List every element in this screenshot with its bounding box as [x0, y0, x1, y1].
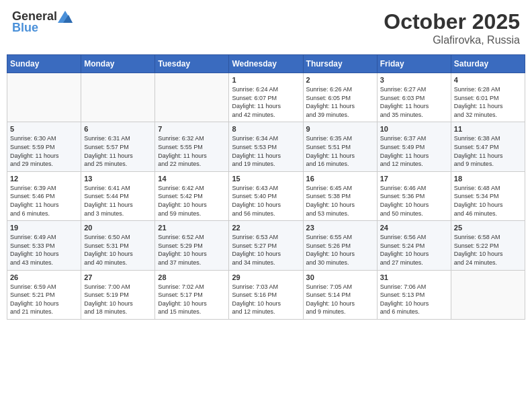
day-info: Sunrise: 6:34 AMSunset: 5:53 PMDaylight:… — [232, 134, 300, 168]
day-number: 4 — [454, 76, 522, 84]
day-number: 26 — [10, 273, 78, 281]
day-info: Sunrise: 6:39 AMSunset: 5:46 PMDaylight:… — [10, 184, 78, 218]
day-number: 1 — [232, 76, 300, 84]
day-info: Sunrise: 7:03 AMSunset: 5:16 PMDaylight:… — [232, 283, 300, 316]
title-block: October 2025 Glafirovka, Russia — [384, 9, 520, 46]
weekday-header: Saturday — [451, 55, 525, 73]
calendar-cell: 21Sunrise: 6:52 AMSunset: 5:29 PMDayligh… — [155, 221, 229, 270]
day-number: 19 — [10, 224, 78, 232]
calendar-cell: 24Sunrise: 6:56 AMSunset: 5:24 PMDayligh… — [377, 221, 451, 270]
calendar-week-row: 5Sunrise: 6:30 AMSunset: 5:59 PMDaylight… — [7, 122, 525, 171]
day-info: Sunrise: 6:56 AMSunset: 5:24 PMDaylight:… — [380, 233, 448, 267]
day-info: Sunrise: 6:52 AMSunset: 5:29 PMDaylight:… — [158, 233, 226, 267]
day-info: Sunrise: 6:48 AMSunset: 5:34 PMDaylight:… — [454, 184, 522, 218]
day-number: 5 — [10, 125, 78, 133]
calendar-cell — [451, 270, 525, 319]
day-info: Sunrise: 6:24 AMSunset: 6:07 PMDaylight:… — [232, 85, 300, 119]
calendar-cell: 15Sunrise: 6:43 AMSunset: 5:40 PMDayligh… — [229, 171, 303, 220]
day-info: Sunrise: 6:55 AMSunset: 5:26 PMDaylight:… — [306, 233, 374, 267]
calendar-cell: 3Sunrise: 6:27 AMSunset: 6:03 PMDaylight… — [377, 73, 451, 122]
calendar-cell: 25Sunrise: 6:58 AMSunset: 5:22 PMDayligh… — [451, 221, 525, 270]
calendar-cell: 28Sunrise: 7:02 AMSunset: 5:17 PMDayligh… — [155, 270, 229, 319]
day-info: Sunrise: 6:41 AMSunset: 5:44 PMDaylight:… — [84, 184, 152, 218]
day-number: 24 — [380, 224, 448, 232]
day-info: Sunrise: 6:32 AMSunset: 5:55 PMDaylight:… — [158, 134, 226, 168]
calendar-cell — [81, 73, 155, 122]
calendar-week-row: 19Sunrise: 6:49 AMSunset: 5:33 PMDayligh… — [7, 221, 525, 270]
day-number: 2 — [306, 76, 374, 84]
calendar-cell: 4Sunrise: 6:28 AMSunset: 6:01 PMDaylight… — [451, 73, 525, 122]
day-number: 11 — [454, 125, 522, 133]
day-info: Sunrise: 7:06 AMSunset: 5:13 PMDaylight:… — [380, 283, 448, 316]
day-info: Sunrise: 6:58 AMSunset: 5:22 PMDaylight:… — [454, 233, 522, 267]
day-info: Sunrise: 6:49 AMSunset: 5:33 PMDaylight:… — [10, 233, 78, 267]
calendar-cell: 12Sunrise: 6:39 AMSunset: 5:46 PMDayligh… — [7, 171, 81, 220]
logo-icon — [58, 11, 73, 23]
day-info: Sunrise: 7:02 AMSunset: 5:17 PMDaylight:… — [158, 283, 226, 316]
calendar-table: SundayMondayTuesdayWednesdayThursdayFrid… — [7, 54, 525, 320]
calendar-week-row: 1Sunrise: 6:24 AMSunset: 6:07 PMDaylight… — [7, 73, 525, 122]
day-info: Sunrise: 7:05 AMSunset: 5:14 PMDaylight:… — [306, 283, 374, 316]
day-info: Sunrise: 6:35 AMSunset: 5:51 PMDaylight:… — [306, 134, 374, 168]
day-number: 8 — [232, 125, 300, 133]
calendar-cell: 16Sunrise: 6:45 AMSunset: 5:38 PMDayligh… — [303, 171, 377, 220]
day-number: 9 — [306, 125, 374, 133]
calendar-cell: 23Sunrise: 6:55 AMSunset: 5:26 PMDayligh… — [303, 221, 377, 270]
calendar-cell: 9Sunrise: 6:35 AMSunset: 5:51 PMDaylight… — [303, 122, 377, 171]
day-info: Sunrise: 6:53 AMSunset: 5:27 PMDaylight:… — [232, 233, 300, 267]
month-title: October 2025 — [384, 9, 520, 34]
logo: General Blue — [12, 9, 73, 35]
day-number: 28 — [158, 273, 226, 281]
calendar-week-row: 26Sunrise: 6:59 AMSunset: 5:21 PMDayligh… — [7, 270, 525, 319]
logo-blue: Blue — [12, 21, 38, 35]
weekday-header: Friday — [377, 55, 451, 73]
calendar-cell: 7Sunrise: 6:32 AMSunset: 5:55 PMDaylight… — [155, 122, 229, 171]
day-info: Sunrise: 6:45 AMSunset: 5:38 PMDaylight:… — [306, 184, 374, 218]
weekday-header: Thursday — [303, 55, 377, 73]
day-number: 29 — [232, 273, 300, 281]
day-number: 17 — [380, 175, 448, 183]
calendar-cell: 13Sunrise: 6:41 AMSunset: 5:44 PMDayligh… — [81, 171, 155, 220]
day-number: 10 — [380, 125, 448, 133]
calendar-cell: 14Sunrise: 6:42 AMSunset: 5:42 PMDayligh… — [155, 171, 229, 220]
day-number: 15 — [232, 175, 300, 183]
day-info: Sunrise: 6:31 AMSunset: 5:57 PMDaylight:… — [84, 134, 152, 168]
calendar-cell: 11Sunrise: 6:38 AMSunset: 5:47 PMDayligh… — [451, 122, 525, 171]
calendar-cell: 30Sunrise: 7:05 AMSunset: 5:14 PMDayligh… — [303, 270, 377, 319]
calendar-cell: 20Sunrise: 6:50 AMSunset: 5:31 PMDayligh… — [81, 221, 155, 270]
weekday-header: Wednesday — [229, 55, 303, 73]
day-info: Sunrise: 6:30 AMSunset: 5:59 PMDaylight:… — [10, 134, 78, 168]
day-number: 7 — [158, 125, 226, 133]
calendar-cell — [155, 73, 229, 122]
day-number: 13 — [84, 175, 152, 183]
page-header: General Blue October 2025 Glafirovka, Ru… — [7, 7, 525, 49]
location-title: Glafirovka, Russia — [384, 34, 520, 46]
weekday-header-row: SundayMondayTuesdayWednesdayThursdayFrid… — [7, 55, 525, 73]
calendar-cell: 31Sunrise: 7:06 AMSunset: 5:13 PMDayligh… — [377, 270, 451, 319]
calendar-cell: 5Sunrise: 6:30 AMSunset: 5:59 PMDaylight… — [7, 122, 81, 171]
day-info: Sunrise: 6:42 AMSunset: 5:42 PMDaylight:… — [158, 184, 226, 218]
weekday-header: Tuesday — [155, 55, 229, 73]
calendar-cell: 1Sunrise: 6:24 AMSunset: 6:07 PMDaylight… — [229, 73, 303, 122]
calendar-cell: 19Sunrise: 6:49 AMSunset: 5:33 PMDayligh… — [7, 221, 81, 270]
day-number: 25 — [454, 224, 522, 232]
day-number: 22 — [232, 224, 300, 232]
day-info: Sunrise: 6:43 AMSunset: 5:40 PMDaylight:… — [232, 184, 300, 218]
day-info: Sunrise: 6:46 AMSunset: 5:36 PMDaylight:… — [380, 184, 448, 218]
day-number: 30 — [306, 273, 374, 281]
calendar-cell: 10Sunrise: 6:37 AMSunset: 5:49 PMDayligh… — [377, 122, 451, 171]
day-number: 23 — [306, 224, 374, 232]
calendar-cell: 27Sunrise: 7:00 AMSunset: 5:19 PMDayligh… — [81, 270, 155, 319]
calendar-cell: 26Sunrise: 6:59 AMSunset: 5:21 PMDayligh… — [7, 270, 81, 319]
calendar-cell: 17Sunrise: 6:46 AMSunset: 5:36 PMDayligh… — [377, 171, 451, 220]
day-number: 21 — [158, 224, 226, 232]
day-number: 27 — [84, 273, 152, 281]
calendar-cell: 29Sunrise: 7:03 AMSunset: 5:16 PMDayligh… — [229, 270, 303, 319]
day-info: Sunrise: 6:27 AMSunset: 6:03 PMDaylight:… — [380, 85, 448, 119]
day-info: Sunrise: 6:50 AMSunset: 5:31 PMDaylight:… — [84, 233, 152, 267]
calendar-cell: 18Sunrise: 6:48 AMSunset: 5:34 PMDayligh… — [451, 171, 525, 220]
day-info: Sunrise: 6:26 AMSunset: 6:05 PMDaylight:… — [306, 85, 374, 119]
calendar-cell: 2Sunrise: 6:26 AMSunset: 6:05 PMDaylight… — [303, 73, 377, 122]
day-info: Sunrise: 6:38 AMSunset: 5:47 PMDaylight:… — [454, 134, 522, 168]
calendar-cell — [7, 73, 81, 122]
